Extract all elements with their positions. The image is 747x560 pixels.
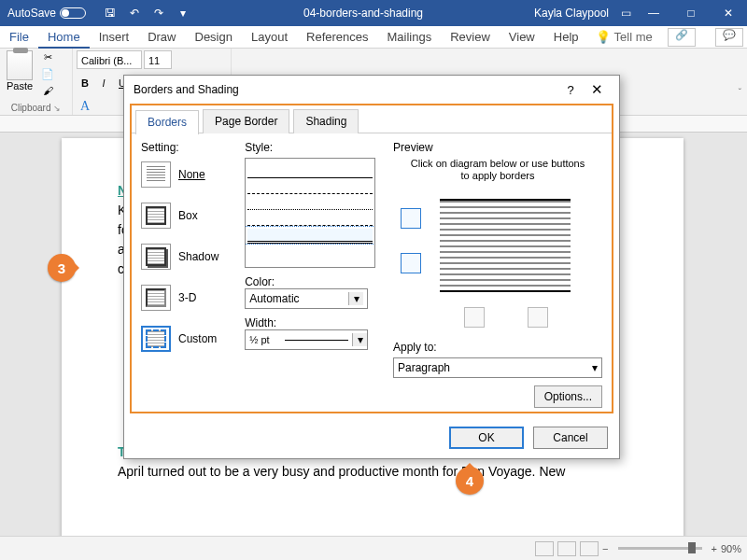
print-layout-icon[interactable] — [557, 541, 576, 556]
preview-paragraph[interactable] — [440, 199, 571, 292]
dialog-buttons: OK Cancel — [449, 427, 608, 449]
tab-home[interactable]: Home — [38, 26, 90, 49]
autosave-toggle-icon[interactable] — [60, 7, 86, 19]
web-layout-icon[interactable] — [580, 541, 599, 556]
callout-3: 3 — [48, 254, 76, 282]
autosave-label: AutoSave — [7, 7, 56, 20]
style-label: Style: — [245, 141, 384, 154]
ok-button[interactable]: OK — [449, 427, 524, 449]
comments-button[interactable]: 💬 — [715, 28, 743, 47]
style-dashdot[interactable] — [247, 213, 373, 226]
border-bottom-button[interactable] — [401, 253, 421, 273]
setting-label: Setting: — [141, 141, 235, 154]
undo-icon[interactable]: ↶ — [125, 4, 144, 22]
clipboard-group-label: Clipboard — [11, 103, 51, 113]
tab-view[interactable]: View — [500, 26, 544, 49]
tab-file[interactable]: File — [0, 26, 38, 49]
minimize-button[interactable]: ― — [635, 0, 672, 26]
chevron-down-icon: ▾ — [352, 333, 367, 346]
zoom-thumb[interactable] — [688, 542, 696, 553]
bold-button[interactable]: B — [77, 77, 93, 91]
width-label: Width: — [245, 316, 384, 329]
tab-references[interactable]: References — [297, 26, 377, 49]
setting-3d[interactable]: 3-D — [141, 285, 235, 311]
width-combo[interactable]: ½ pt ▾ — [245, 329, 368, 350]
tab-page-border[interactable]: Page Border — [203, 109, 289, 133]
share-button[interactable]: 🔗 — [668, 28, 696, 47]
tell-me-label: Tell me — [614, 30, 653, 44]
preview-diagram — [393, 188, 602, 337]
apply-to-value: Paragraph — [398, 361, 450, 374]
setting-box[interactable]: Box — [141, 203, 235, 229]
border-top-button[interactable] — [401, 208, 421, 229]
autosave-group[interactable]: AutoSave — [0, 7, 93, 20]
tab-review[interactable]: Review — [441, 26, 500, 49]
user-name[interactable]: Kayla Claypool — [527, 7, 616, 20]
font-size-combo[interactable]: 11 — [144, 50, 172, 69]
dialog-help-button[interactable]: ? — [557, 83, 584, 97]
zoom-in-button[interactable]: + — [712, 543, 717, 554]
setting-none[interactable]: None — [141, 161, 235, 188]
tab-draw[interactable]: Draw — [138, 26, 185, 49]
document-title: 04-borders-and-shading — [200, 7, 527, 20]
style-double[interactable] — [247, 229, 373, 242]
lightbulb-icon: 💡 — [596, 30, 611, 44]
ribbon-tabs: File Home Insert Draw Design Layout Refe… — [0, 26, 747, 49]
cut-icon[interactable]: ✂ — [39, 50, 56, 65]
tab-design[interactable]: Design — [186, 26, 242, 49]
group-clipboard: Paste ✂ 📄 🖌 Clipboard ↘ — [0, 49, 73, 115]
quick-access-toolbar: 🖫 ↶ ↷ ▾ — [93, 4, 200, 22]
clipboard-launcher-icon[interactable]: ↘ — [53, 104, 61, 113]
copy-icon[interactable]: 📄 — [39, 67, 56, 82]
border-left-button[interactable] — [464, 307, 485, 328]
none-swatch-icon — [141, 161, 171, 188]
restore-button[interactable]: □ — [672, 0, 710, 26]
zoom-slider[interactable] — [618, 547, 702, 550]
color-value: Automatic — [249, 292, 299, 305]
paste-button[interactable]: Paste — [4, 50, 35, 99]
collapse-ribbon-icon[interactable]: ˇ — [739, 88, 741, 98]
tab-layout[interactable]: Layout — [242, 26, 297, 49]
preview-label: Preview — [393, 141, 602, 154]
color-combo[interactable]: Automatic ▾ — [245, 288, 368, 309]
tab-shading[interactable]: Shading — [293, 109, 359, 133]
format-painter-icon[interactable]: 🖌 — [39, 84, 56, 99]
ribbon-display-icon[interactable]: ▭ — [616, 4, 635, 22]
tab-insert[interactable]: Insert — [90, 26, 139, 49]
tab-borders[interactable]: Borders — [135, 110, 199, 134]
italic-button[interactable]: I — [95, 77, 112, 91]
setting-custom[interactable]: Custom — [141, 326, 235, 352]
tab-help[interactable]: Help — [544, 26, 588, 49]
apply-to-combo[interactable]: Paragraph ▾ — [393, 357, 602, 378]
paste-label: Paste — [7, 80, 33, 91]
view-controls: − + 90% — [535, 541, 747, 556]
read-mode-icon[interactable] — [535, 541, 554, 556]
tell-me-search[interactable]: 💡 Tell me — [596, 30, 653, 44]
setting-3d-label: 3-D — [178, 291, 196, 304]
custom-swatch-icon — [141, 326, 171, 352]
window-controls: ― □ ✕ — [635, 0, 747, 26]
zoom-percent[interactable]: 90% — [721, 543, 741, 554]
chevron-down-icon: ▾ — [592, 361, 598, 374]
chevron-down-icon: ▾ — [348, 292, 363, 305]
setting-none-label: None — [178, 168, 205, 181]
title-bar: AutoSave 🖫 ↶ ↷ ▾ 04-borders-and-shading … — [0, 0, 747, 26]
cancel-button[interactable]: Cancel — [533, 427, 608, 449]
style-solid[interactable] — [247, 165, 373, 178]
font-family-combo[interactable]: Calibri (B... — [77, 50, 142, 69]
save-icon[interactable]: 🖫 — [101, 4, 120, 22]
redo-icon[interactable]: ↷ — [149, 4, 168, 22]
dialog-close-button[interactable]: ✕ — [584, 81, 610, 98]
qat-customize-icon[interactable]: ▾ — [174, 4, 192, 22]
dialog-title-bar[interactable]: Borders and Shading ? ✕ — [124, 76, 619, 104]
style-dot[interactable] — [247, 197, 373, 210]
zoom-out-button[interactable]: − — [602, 543, 608, 554]
border-right-button[interactable] — [528, 307, 548, 328]
tab-mailings[interactable]: Mailings — [378, 26, 442, 49]
text-effects-button[interactable]: A — [77, 98, 93, 113]
options-button[interactable]: Options... — [534, 385, 602, 408]
close-button[interactable]: ✕ — [710, 0, 747, 26]
style-dash[interactable] — [247, 181, 373, 194]
style-listbox[interactable] — [245, 158, 375, 268]
setting-shadow[interactable]: Shadow — [141, 244, 235, 270]
